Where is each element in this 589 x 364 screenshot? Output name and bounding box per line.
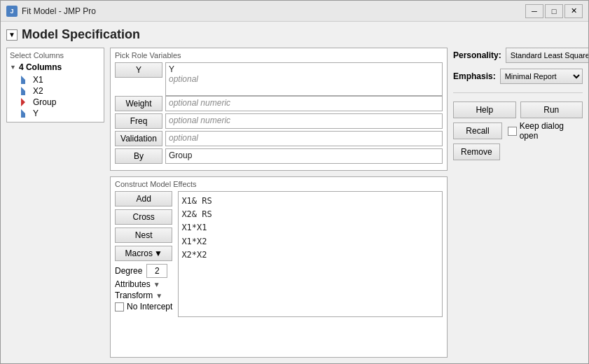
column-name: X1 [33, 75, 43, 85]
list-item[interactable]: Group [10, 97, 101, 108]
construct-box: Construct Model Effects Add Cross Nest M… [110, 176, 448, 358]
y-optional-text: optional [169, 74, 439, 84]
column-name: Y [33, 108, 39, 118]
weight-field[interactable]: optional numeric [165, 96, 443, 111]
by-row: By Group [115, 148, 443, 164]
validation-row: Validation optional [115, 131, 443, 146]
recall-row: Recall Keep dialog open [453, 121, 583, 141]
y-area: Y Y optional [115, 62, 443, 96]
window-title: Fit Model - JMP Pro [22, 6, 96, 16]
macros-arrow-icon: ▼ [154, 248, 162, 258]
construct-effects-list[interactable]: X1& RS X2& RS X1*X1 X1*X2 X2*X2 [178, 191, 443, 317]
main-window: J Fit Model - JMP Pro ─ □ ✕ ▼ Model Spec… [0, 0, 589, 364]
group-collapse-icon: ▼ [10, 64, 16, 71]
list-item: X1*X1 [181, 221, 439, 234]
list-item: X1*X2 [181, 235, 439, 248]
weight-button[interactable]: Weight [115, 96, 162, 111]
continuous-icon [21, 76, 29, 84]
emphasis-select[interactable]: Minimal Report Effect Leverage Effect Sc… [500, 69, 583, 84]
list-item[interactable]: Y [10, 108, 101, 119]
keep-dialog-checkbox[interactable] [508, 127, 517, 136]
validation-button[interactable]: Validation [115, 131, 162, 146]
select-columns-box: Select Columns ▼ 4 Columns X1 [6, 48, 104, 122]
content-area: ▼ Model Specification Select Columns ▼ 4… [1, 22, 588, 363]
degree-row: Degree [115, 264, 172, 278]
cross-button[interactable]: Cross [115, 209, 172, 225]
right-buttons: Help Run Recall Keep dialog open Remove [453, 102, 583, 160]
continuous-icon [21, 109, 29, 118]
remove-button[interactable]: Remove [453, 144, 500, 160]
collapse-button[interactable]: ▼ [6, 29, 18, 41]
personality-label: Personality: [453, 50, 501, 60]
keep-dialog-row: Keep dialog open [508, 121, 583, 141]
list-item[interactable]: X1 [10, 74, 101, 85]
list-item: X2*X2 [181, 248, 439, 262]
attributes-label: Attributes [115, 279, 151, 289]
emphasis-label: Emphasis: [453, 71, 496, 81]
degree-label: Degree [115, 266, 142, 276]
keep-dialog-label: Keep dialog open [520, 121, 583, 141]
help-button[interactable]: Help [453, 102, 516, 118]
divider [453, 92, 583, 93]
validation-field[interactable]: optional [165, 131, 443, 146]
app-icon: J [6, 6, 18, 17]
main-area: Select Columns ▼ 4 Columns X1 [6, 48, 583, 358]
columns-group-label: 4 Columns [19, 62, 62, 72]
column-name: Group [33, 97, 56, 107]
by-button[interactable]: By [115, 148, 162, 164]
construct-title: Construct Model Effects [115, 180, 443, 188]
emphasis-row: Emphasis: Minimal Report Effect Leverage… [453, 69, 583, 84]
attributes-row: Attributes ▼ [115, 279, 172, 289]
nominal-icon [21, 98, 29, 106]
bottom-controls: Degree Attributes ▼ Transform ▼ [115, 264, 172, 312]
macros-button[interactable]: Macros ▼ [115, 246, 172, 261]
title-bar: J Fit Model - JMP Pro ─ □ ✕ [1, 1, 588, 22]
list-item[interactable]: X2 [10, 85, 101, 97]
column-name: X2 [33, 86, 43, 96]
help-run-row: Help Run [453, 102, 583, 118]
middle-panel: Pick Role Variables Y Y optional Weight … [110, 48, 448, 358]
weight-row: Weight optional numeric [115, 96, 443, 111]
maximize-button[interactable]: □ [545, 4, 563, 18]
columns-header[interactable]: ▼ 4 Columns [10, 62, 101, 72]
nest-button[interactable]: Nest [115, 227, 172, 243]
list-item: X2& RS [181, 208, 439, 221]
y-value: Y [169, 64, 439, 74]
transform-label: Transform [115, 290, 153, 300]
window-controls: ─ □ ✕ [525, 4, 583, 18]
add-button[interactable]: Add [115, 191, 172, 206]
pick-role-title: Pick Role Variables [115, 51, 443, 59]
pick-role-box: Pick Role Variables Y Y optional Weight … [110, 48, 448, 171]
y-list: Y optional [165, 62, 443, 96]
degree-input[interactable] [146, 264, 167, 278]
no-intercept-label: No Intercept [127, 302, 172, 312]
run-button[interactable]: Run [520, 102, 583, 118]
transform-dropdown-icon[interactable]: ▼ [155, 292, 162, 300]
list-item: X1& RS [181, 195, 439, 208]
personality-row: Personality: Standard Least Squares Step… [453, 48, 583, 63]
select-columns-title: Select Columns [10, 51, 101, 59]
close-button[interactable]: ✕ [564, 4, 583, 18]
title-bar-left: J Fit Model - JMP Pro [6, 6, 96, 17]
minimize-button[interactable]: ─ [525, 4, 543, 18]
y-button[interactable]: Y [115, 62, 162, 78]
recall-button[interactable]: Recall [453, 122, 502, 139]
continuous-icon [21, 87, 29, 95]
model-spec-title: Model Specification [22, 27, 140, 42]
model-spec-header: ▼ Model Specification [6, 27, 583, 42]
personality-select[interactable]: Standard Least Squares Stepwise Generali… [506, 48, 588, 63]
construct-inner: Add Cross Nest Macros ▼ Degree [115, 191, 443, 317]
macros-label: Macros [125, 248, 153, 258]
left-panel: Select Columns ▼ 4 Columns X1 [6, 48, 104, 358]
transform-row: Transform ▼ [115, 290, 172, 300]
columns-group: ▼ 4 Columns X1 X2 [10, 62, 101, 119]
freq-field[interactable]: optional numeric [165, 113, 443, 129]
attributes-dropdown-icon[interactable]: ▼ [153, 281, 160, 288]
freq-row: Freq optional numeric [115, 113, 443, 129]
freq-button[interactable]: Freq [115, 113, 162, 129]
no-intercept-checkbox[interactable] [115, 302, 124, 312]
no-intercept-row: No Intercept [115, 302, 172, 312]
construct-buttons: Add Cross Nest Macros ▼ [115, 191, 172, 261]
by-field[interactable]: Group [165, 148, 443, 164]
right-panel: Personality: Standard Least Squares Step… [453, 48, 583, 358]
